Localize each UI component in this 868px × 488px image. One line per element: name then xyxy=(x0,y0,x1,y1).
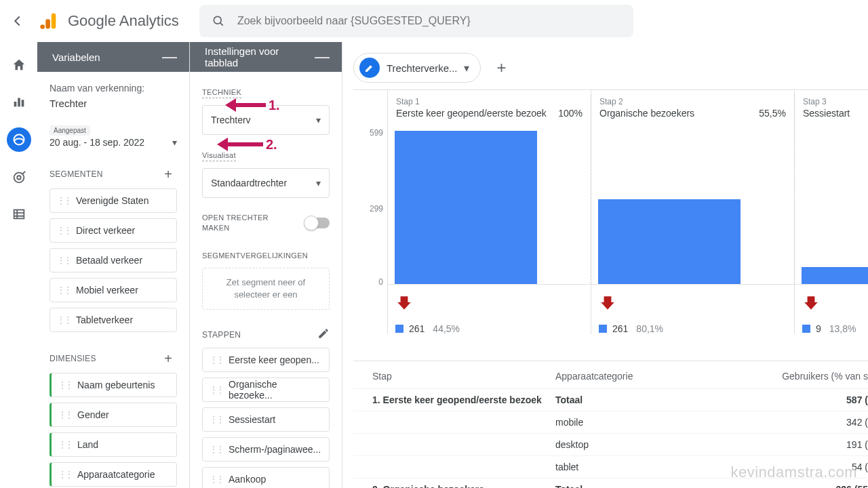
funnel-bar xyxy=(598,199,741,284)
segment-chip[interactable]: ⋮⋮Tabletverkeer xyxy=(50,308,177,332)
segment-chip[interactable]: ⋮⋮Direct verkeer xyxy=(50,218,177,243)
legend-count: 261 xyxy=(409,323,425,334)
left-nav xyxy=(0,42,37,225)
cell: tablet xyxy=(555,462,732,472)
table-row[interactable]: mobile342 ( xyxy=(353,411,868,433)
svg-point-2 xyxy=(40,24,45,29)
drag-handle-icon: ⋮⋮ xyxy=(210,445,223,454)
bar-chart-icon xyxy=(12,94,26,109)
visual-select[interactable]: Standaardtrechter ▾ xyxy=(202,168,330,198)
search-box[interactable] xyxy=(199,5,633,37)
funnel-bar xyxy=(395,131,537,284)
explore-icon xyxy=(12,133,26,146)
step-label: Scherm-/paginawee... xyxy=(229,444,321,455)
cell: 326 (55 xyxy=(732,484,868,488)
collapse-button[interactable]: — xyxy=(162,48,177,66)
step-label: Organische bezoeke... xyxy=(229,379,322,401)
drag-handle-icon: ⋮⋮ xyxy=(57,226,71,235)
svg-point-9 xyxy=(17,176,21,180)
cell: desktop xyxy=(555,439,732,450)
svg-rect-10 xyxy=(14,210,24,219)
legend-count: 261 xyxy=(612,323,628,334)
drag-handle-icon: ⋮⋮ xyxy=(57,196,71,205)
table-row[interactable]: tablet54 ( xyxy=(353,455,868,478)
add-dimension-button[interactable]: + xyxy=(159,350,177,367)
panel-settings-title: Instellingen voor tabblad xyxy=(205,45,315,68)
exploration-name-label: Naam van verkenning: xyxy=(50,83,177,94)
step-chip[interactable]: ⋮⋮Aankoop xyxy=(202,467,330,488)
nav-home[interactable] xyxy=(8,54,30,76)
svg-rect-1 xyxy=(45,19,50,28)
table-row[interactable]: 2. Organische bezoekersTotaal326 (55 xyxy=(353,478,868,488)
segment-chip[interactable]: ⋮⋮Betaald verkeer xyxy=(50,248,177,272)
canvas: Trechterverke... ▾ + Stap 1 Eerste keer … xyxy=(342,42,868,488)
open-funnel-label: OPEN TRECHTER MAKEN xyxy=(202,213,283,234)
cell: 342 ( xyxy=(732,417,868,428)
col-stap: Stap xyxy=(372,371,555,382)
step-chip[interactable]: ⋮⋮Eerste keer geopen... xyxy=(202,348,330,372)
cell: 2. Organische bezoekers xyxy=(372,484,555,488)
segment-compare-drop[interactable]: Zet segment neer of selecteer er een xyxy=(202,268,330,310)
open-funnel-toggle[interactable] xyxy=(305,218,330,228)
step-title: Eerste keer geopend/eerste bezoek xyxy=(396,108,547,119)
cell: 1. Eerste keer geopend/eerste bezoek xyxy=(372,394,555,405)
step-title: Organische bezoekers xyxy=(599,108,694,119)
chevron-down-icon: ▾ xyxy=(316,115,321,125)
drag-handle-icon: ⋮⋮ xyxy=(58,380,72,390)
dimension-chip[interactable]: ⋮⋮Apparaatcategorie xyxy=(50,462,177,487)
funnel-chart: Stap 1 Eerste keer geopend/eerste bezoek… xyxy=(353,89,868,354)
baseline xyxy=(387,284,868,285)
nav-explore[interactable] xyxy=(7,127,31,152)
home-icon xyxy=(12,58,26,73)
segment-chip[interactable]: ⋮⋮Mobiel verkeer xyxy=(50,278,177,302)
panel-settings-head: Instellingen voor tabblad — xyxy=(190,42,342,72)
drag-handle-icon: ⋮⋮ xyxy=(210,385,223,394)
edit-steps-button[interactable] xyxy=(317,327,330,342)
table-row[interactable]: 1. Eerste keer geopend/eerste bezoekTota… xyxy=(353,388,868,411)
dimension-chip[interactable]: ⋮⋮Naam gebeurtenis xyxy=(50,373,177,397)
search-input[interactable] xyxy=(237,15,621,27)
add-segment-button[interactable]: + xyxy=(159,165,177,183)
arrow-left-icon xyxy=(10,14,25,28)
dropoff-legend: 26144,5% xyxy=(387,323,591,334)
pencil-circle-icon xyxy=(359,58,380,78)
legend-pct: 13,8% xyxy=(829,323,856,334)
step-chip[interactable]: ⋮⋮Sessiestart xyxy=(202,407,330,432)
nav-configure[interactable] xyxy=(8,203,30,225)
segment-label: Verenigde Staten xyxy=(76,195,149,206)
add-tab-button[interactable]: + xyxy=(489,56,513,80)
nav-reports[interactable] xyxy=(8,91,30,113)
step-chip[interactable]: ⋮⋮Organische bezoeke... xyxy=(202,378,330,402)
back-button[interactable] xyxy=(5,9,30,33)
dimension-chip[interactable]: ⋮⋮Land xyxy=(50,432,177,457)
dropoff-indicator xyxy=(387,293,591,311)
nav-advertising[interactable] xyxy=(8,167,30,188)
collapse-button[interactable]: — xyxy=(315,48,330,66)
date-range-value: 20 aug. - 18 sep. 2022 xyxy=(50,137,144,148)
canvas-tab[interactable]: Trechterverke... ▾ xyxy=(353,53,481,83)
ga-logo-icon xyxy=(38,10,60,32)
step-chip[interactable]: ⋮⋮Scherm-/paginawee... xyxy=(202,437,330,462)
table-row[interactable]: desktop191 ( xyxy=(353,433,868,455)
panel-variables-title: Variabelen xyxy=(52,52,100,63)
drag-handle-icon: ⋮⋮ xyxy=(210,474,223,484)
step-label: Aankoop xyxy=(229,474,266,485)
funnel-table: Stap Apparaatcategorie Gebruikers (% van… xyxy=(353,361,868,488)
panel-settings: Instellingen voor tabblad — TECHNIEK Tre… xyxy=(190,42,342,488)
technique-label: TECHNIEK xyxy=(202,88,241,98)
svg-rect-6 xyxy=(21,100,24,106)
canvas-tab-label: Trechterverke... xyxy=(387,62,457,74)
cell: Totaal xyxy=(555,394,732,405)
drag-handle-icon: ⋮⋮ xyxy=(57,256,71,265)
dimension-chip[interactable]: ⋮⋮Gender xyxy=(50,403,177,427)
segment-label: Betaald verkeer xyxy=(76,255,142,266)
cell: 54 ( xyxy=(732,462,868,472)
exploration-name-input[interactable] xyxy=(50,96,177,116)
dimensions-heading: DIMENSIES xyxy=(50,354,96,363)
steps-heading: STAPPEN xyxy=(202,330,241,340)
segment-chip[interactable]: ⋮⋮Verenigde Staten xyxy=(50,188,177,213)
technique-select[interactable]: Trechterv ▾ xyxy=(202,105,330,135)
date-range-selector[interactable]: 20 aug. - 18 sep. 2022 ▾ xyxy=(50,137,177,148)
arrow-down-icon xyxy=(802,293,820,311)
dropoff-indicator xyxy=(591,293,794,311)
